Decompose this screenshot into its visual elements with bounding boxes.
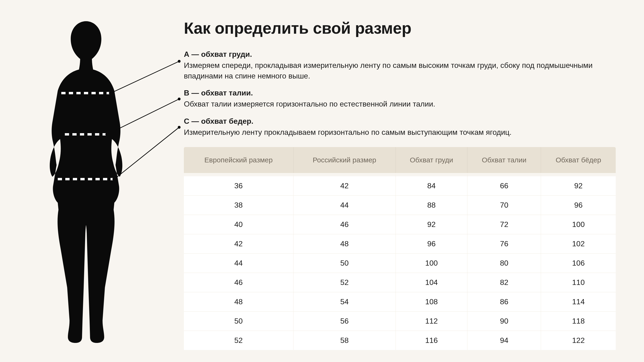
table-cell: 50	[184, 311, 294, 331]
table-cell: 72	[468, 215, 541, 234]
measure-a: А — обхват груди. Измеряем спереди, прок…	[184, 49, 616, 81]
table-cell: 80	[468, 253, 541, 273]
svg-point-5	[112, 177, 116, 181]
table-cell: 116	[396, 331, 468, 350]
table-cell: 102	[541, 234, 616, 253]
table-cell: 92	[541, 173, 616, 196]
table-cell: 96	[541, 196, 616, 215]
table-cell: 52	[184, 331, 294, 350]
table-row: 40469272100	[184, 215, 616, 234]
table-cell: 36	[184, 173, 294, 196]
table-cell: 42	[294, 173, 396, 196]
table-row: 505611290118	[184, 311, 616, 331]
table-cell: 104	[396, 273, 468, 292]
table-row: 465210482110	[184, 273, 616, 292]
measure-c-label: С — обхват бедер.	[184, 116, 616, 126]
table-cell: 92	[396, 215, 468, 234]
table-cell: 96	[396, 234, 468, 253]
table-cell: 48	[184, 292, 294, 311]
table-cell: 42	[184, 234, 294, 253]
table-cell: 122	[541, 331, 616, 350]
table-cell: 106	[541, 253, 616, 273]
body-silhouette	[33, 21, 139, 351]
svg-point-3	[109, 91, 113, 95]
table-row: 3642846692	[184, 173, 616, 196]
table-header: Европейский размер	[184, 147, 294, 173]
measure-b-label: В — обхват талии.	[184, 88, 616, 98]
table-row: 3844887096	[184, 196, 616, 215]
table-cell: 108	[396, 292, 468, 311]
table-cell: 100	[541, 215, 616, 234]
table-cell: 90	[468, 311, 541, 331]
table-row: 525811694122	[184, 331, 616, 350]
measure-b: В — обхват талии. Обхват талии измеряетс…	[184, 88, 616, 109]
table-cell: 94	[468, 331, 541, 350]
measure-a-desc: Измеряем спереди, прокладывая измеритель…	[184, 60, 616, 81]
table-cell: 44	[294, 196, 396, 215]
table-row: 42489676102	[184, 234, 616, 253]
size-table: Европейский размер Российский размер Обх…	[184, 147, 616, 350]
table-cell: 82	[468, 273, 541, 292]
measure-c: С — обхват бедер. Измерительную ленту пр…	[184, 116, 616, 138]
table-cell: 112	[396, 311, 468, 331]
table-cell: 84	[396, 173, 468, 196]
table-cell: 46	[294, 215, 396, 234]
measure-b-desc: Обхват талии измеряется горизонтально по…	[184, 99, 616, 109]
table-cell: 70	[468, 196, 541, 215]
table-cell: 100	[396, 253, 468, 273]
table-header: Российский размер	[294, 147, 396, 173]
svg-point-4	[105, 132, 109, 136]
table-header: Обхват талии	[468, 147, 541, 173]
table-cell: 50	[294, 253, 396, 273]
table-cell: 38	[184, 196, 294, 215]
table-cell: 52	[294, 273, 396, 292]
table-cell: 88	[396, 196, 468, 215]
table-cell: 58	[294, 331, 396, 350]
page-title: Как определить свой размер	[184, 19, 616, 37]
svg-point-7	[178, 60, 180, 63]
table-cell: 118	[541, 311, 616, 331]
measure-a-label: А — обхват груди.	[184, 49, 616, 60]
table-cell: 48	[294, 234, 396, 253]
table-cell: 76	[468, 234, 541, 253]
table-header: Обхват груди	[396, 147, 468, 173]
table-header: Обхват бёдер	[541, 147, 616, 173]
table-cell: 56	[294, 311, 396, 331]
table-cell: 114	[541, 292, 616, 311]
table-row: 485410886114	[184, 292, 616, 311]
table-cell: 40	[184, 215, 294, 234]
table-cell: 110	[541, 273, 616, 292]
table-cell: 66	[468, 173, 541, 196]
table-cell: 86	[468, 292, 541, 311]
measure-c-desc: Измерительную ленту прокладываем горизон…	[184, 127, 616, 138]
svg-point-11	[178, 126, 180, 129]
table-cell: 46	[184, 273, 294, 292]
table-cell: 44	[184, 253, 294, 273]
svg-point-9	[178, 98, 180, 100]
table-row: 445010080106	[184, 253, 616, 273]
table-cell: 54	[294, 292, 396, 311]
table-header-row: Европейский размер Российский размер Обх…	[184, 147, 616, 173]
